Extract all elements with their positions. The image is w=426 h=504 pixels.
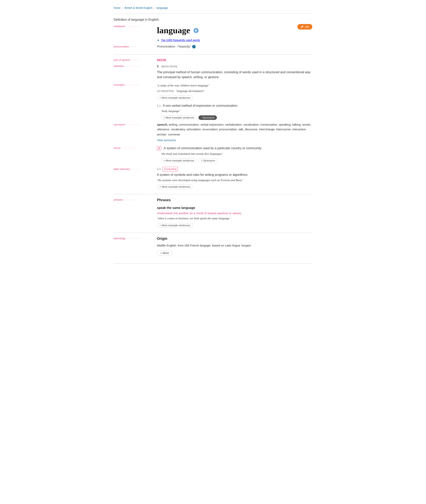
synonyms-text: speech, writing, communication, verbal e… (157, 122, 312, 132)
headword-label: headword (114, 24, 125, 28)
examples-label: examples (114, 83, 125, 87)
phrase1-more-examples-btn[interactable]: + More example sentences (157, 223, 193, 228)
examples1-row: examples · · · · · · · · · · · ‘a study … (114, 82, 312, 101)
top1000-line: ★ Top 1000 frequently used words (157, 38, 312, 42)
breadcrumb-word[interactable]: language (156, 6, 168, 9)
examples-dots: · · · · · · · · · · · (125, 83, 157, 87)
phrase1-example: ‘when it comes to business, we both spea… (157, 216, 312, 221)
top1000-link[interactable]: Top 1000 frequently used words (161, 39, 200, 42)
archaic-label: archaic (157, 133, 166, 136)
sense1-example-modifier: ‘language development’ (176, 89, 204, 93)
pos-label: part of speech (114, 58, 130, 62)
etymology-row: etymology · · · · · · · · · · Origin Mid… (114, 236, 312, 260)
pronunciation-help-icon[interactable]: ? (192, 45, 196, 48)
pos-annotation: part of speech · · · · · · (114, 58, 157, 62)
page-wrapper: home › British & World English › languag… (110, 0, 316, 273)
definition-dots: · · · · · · · · · · · (124, 64, 157, 68)
pronunciation-row: pronunciation · · · · · · Pronunciation:… (114, 44, 312, 50)
sense1-1-definition: A non-verbal method of expression or com… (163, 104, 238, 107)
pronunciation-annotation: pronunciation · · · · · · (114, 44, 157, 49)
sense2-synonyms-btn[interactable]: + Synonyms (199, 158, 218, 163)
sense2-1-number: 2.1 (157, 167, 161, 171)
sense2-1-content: 2.1 Computing A system of symbols and ru… (157, 167, 312, 190)
synonyms-rest: writing, communication, verbal expressio… (157, 123, 311, 131)
label-domain-annotation: label (domain) · · · · · · · (114, 167, 157, 171)
sense2-row: sense · · · · · · · · · · · 2 A system o… (114, 146, 312, 164)
pos-text: NOUN (157, 58, 166, 62)
sense1-definition: The principal method of human communicat… (157, 70, 312, 80)
pos-divider (114, 54, 312, 55)
sense1-1-number: 1.1 (157, 104, 161, 107)
pronunciation-dots: · · · · · · (129, 45, 157, 49)
sense-dots: · · · · · · · · · · · (121, 146, 157, 150)
headword-dots: · · · · · · · · · · · (125, 24, 157, 28)
etymology-content: Origin Middle English: from Old French l… (157, 236, 312, 260)
sense1-1-content: 1.1 A non-verbal method of expression or… (157, 103, 312, 121)
synonyms-content: speech, writing, communication, verbal e… (157, 122, 312, 143)
label-domain-label: label (domain) (114, 167, 130, 171)
more-bottom-btn[interactable]: + More (157, 250, 172, 256)
sense2-number: 2 (157, 146, 161, 150)
phrase1-definition: Understand one another as a result of sh… (157, 211, 312, 216)
examples1-content: ‘a study of the way children learn langu… (157, 82, 312, 101)
etymology-dots: · · · · · · · · · · (126, 236, 157, 240)
phrases-divider (114, 194, 312, 194)
sense2-1-row: label (domain) · · · · · · · 2.1 Computi… (114, 167, 312, 190)
headword-row: headword · · · · · · · · · · · language (114, 24, 312, 43)
sense2-1-example: ‘the systems were developed using langua… (157, 178, 312, 183)
headword-content: language cite (157, 24, 312, 43)
sense1-1-annotation-empty (114, 103, 157, 103)
audio-icon[interactable] (193, 28, 199, 35)
phrases-dots: · · · · · · · · · · (123, 198, 157, 202)
definition-of-line: Definition of language in English: (114, 17, 312, 22)
synonyms-dots: · · · · · · · · · · · (126, 123, 157, 127)
breadcrumb-sep2: › (154, 6, 155, 9)
sense2-content: 2 A system of communication used by a pa… (157, 146, 312, 164)
pronunciation-content: Pronunciation: /ˈlaŋwɪdʒ/ ? (157, 44, 312, 49)
archaic-word: converse (168, 133, 180, 136)
label-domain-dots: · · · · · · · (130, 167, 157, 171)
bottom-divider (114, 263, 312, 264)
sense1-1-more-examples-btn[interactable]: + More example sentences (161, 115, 197, 120)
etymology-annotation: etymology · · · · · · · · · · (114, 236, 157, 240)
headword-text: language (157, 24, 190, 37)
synonyms-annotation: synonyms · · · · · · · · · · · (114, 122, 157, 127)
sense2-1-more-examples-btn[interactable]: + More example sentences (157, 184, 193, 189)
breadcrumb-home[interactable]: home (114, 6, 121, 9)
synonyms-first-word: speech, (157, 123, 168, 126)
origin-text: Middle English: from Old French langage,… (157, 243, 312, 248)
sense1-content: 1 [MASS NOUN] The principal method of hu… (157, 64, 312, 80)
pencil-icon (300, 25, 304, 28)
breadcrumb: home › British & World English › languag… (114, 6, 312, 10)
pos-dots: · · · · · · (130, 58, 157, 62)
sense1-row: definition · · · · · · · · · · · 1 [MASS… (114, 64, 312, 80)
phrases-title: Phrases (157, 197, 312, 203)
synonyms-row: synonyms · · · · · · · · · · · speech, w… (114, 122, 312, 143)
headword-annotation: headword · · · · · · · · · · · (114, 24, 157, 28)
view-synonyms-link[interactable]: View synonyms (157, 139, 176, 142)
sense1-1-row: 1.1 A non-verbal method of expression or… (114, 103, 312, 121)
sense1-1-example: ‘body language’ (161, 109, 312, 113)
definition-label: definition (114, 64, 124, 68)
sense1-1-synonyms-btn[interactable]: - Synonyms (199, 115, 217, 120)
pronunciation-label: pronunciation (114, 45, 129, 49)
phrases-row: phrases · · · · · · · · · · Phrases spea… (114, 197, 312, 229)
top-divider (114, 14, 312, 14)
as-modifier-tag: [AS MODIFIER]: (157, 90, 174, 93)
breadcrumb-british[interactable]: British & World English (125, 6, 152, 9)
definition-annotation: definition · · · · · · · · · · · (114, 64, 157, 68)
sense2-more-examples-btn[interactable]: + More example sentences (161, 158, 197, 163)
phrases-label: phrases (114, 198, 123, 202)
sense-annotation: sense · · · · · · · · · · · (114, 146, 157, 150)
synonyms-label: synonyms (114, 123, 125, 127)
pos-content: NOUN (157, 58, 312, 63)
sense1-more-examples-btn[interactable]: + More example sentences (157, 95, 193, 100)
phrases-annotation: phrases · · · · · · · · · · (114, 197, 157, 202)
cite-button[interactable]: cite (297, 24, 312, 29)
sense-label: sense (114, 146, 121, 150)
sense1-number: 1 (157, 65, 159, 68)
sense1-example1: ‘a study of the way children learn langu… (157, 83, 312, 88)
etymology-label: etymology (114, 236, 125, 240)
sense2-example: ‘the book was translated into twenty-fiv… (161, 152, 312, 156)
sense2-1-definition: A system of symbols and rules for writin… (157, 172, 312, 177)
